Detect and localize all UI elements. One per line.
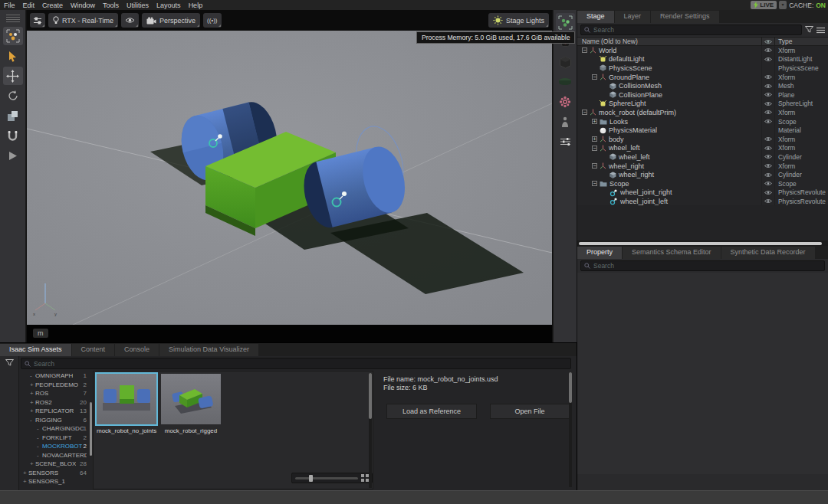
property-search-input[interactable]: Search [580, 260, 825, 271]
visibility-toggle[interactable] [761, 100, 774, 109]
move-tool-button[interactable] [3, 67, 23, 85]
assets-tab[interactable]: Isaac Sim Assets [0, 344, 71, 356]
snap-tool-button[interactable] [3, 126, 23, 145]
assets-tree-item[interactable]: +SCENE_BLOX28 [21, 460, 88, 469]
stage-row[interactable]: defaultLight DistantLight [577, 55, 828, 64]
stage-tab[interactable]: Render Settings [651, 11, 719, 23]
details-scrollbar[interactable] [569, 372, 572, 487]
stage-row[interactable]: + body Xform [577, 135, 828, 144]
assets-tree-item[interactable]: -NOVACARTERDEVK [21, 451, 88, 460]
asset-thumbnail[interactable]: mock_robot_rigged [161, 374, 221, 434]
assets-grid-scrollbar[interactable] [369, 373, 372, 488]
stage-lights-button[interactable]: Stage Lights [488, 13, 549, 28]
visibility-toggle[interactable] [761, 117, 774, 126]
session-button[interactable] [556, 13, 575, 31]
camera-selector[interactable]: Perspective [142, 13, 200, 28]
stage-row[interactable]: + Looks Scope [577, 117, 828, 126]
menu-item[interactable]: Utilities [123, 2, 153, 9]
menu-item[interactable]: Edit [19, 2, 39, 9]
stage-row[interactable]: − mock_robot (defaultPrim) Xform [577, 108, 828, 117]
viewport-settings-button[interactable] [30, 13, 45, 28]
renderer-selector[interactable]: RTX - Real-Time [48, 13, 118, 28]
visibility-toggle[interactable] [761, 152, 774, 162]
assets-tree-item[interactable]: +ROS220 [21, 398, 88, 407]
stage-row[interactable]: PhysicsScene PhysicsScene [577, 64, 828, 73]
stage-row[interactable]: PhysicsMaterial Material [577, 126, 828, 135]
options-menu-icon[interactable] [816, 27, 825, 34]
select-tool-button[interactable] [3, 27, 23, 45]
menu-item[interactable]: Window [67, 2, 99, 9]
assets-tree-item[interactable]: +PEOPLEDEMO2 [21, 381, 88, 390]
stage-row[interactable]: CollisionMesh Mesh [577, 81, 828, 90]
assets-tree-item[interactable]: -OMNIGRAPH1 [21, 371, 88, 381]
stage-row[interactable]: wheel_joint_left PhysicsRevolute [577, 197, 828, 205]
stage-row[interactable]: − Scope Scope [577, 179, 828, 188]
visibility-toggle[interactable] [761, 55, 774, 64]
visibility-toggle[interactable] [761, 179, 774, 188]
property-tab[interactable]: Property [577, 247, 622, 259]
asset-thumbnail[interactable]: mock_robot_no_joints [97, 374, 156, 434]
assets-tree-item[interactable]: +ROS7 [21, 389, 88, 398]
assets-tree-item[interactable]: +SENSORS_1 [21, 477, 88, 486]
assets-tab[interactable]: Content [72, 344, 115, 356]
live-dropdown-button[interactable]: ▾ [779, 1, 787, 9]
assets-tree-item[interactable]: +REPLICATOR13 [21, 407, 88, 416]
scene-3d[interactable]: x y [27, 31, 552, 325]
thumbnail-size-slider[interactable] [291, 473, 373, 483]
open-file-button[interactable]: Open File [490, 404, 570, 419]
visibility-toggle[interactable] [761, 162, 774, 171]
unit-label[interactable]: m [33, 329, 48, 338]
visibility-toggle[interactable] [761, 188, 774, 198]
load-as-reference-button[interactable]: Load as Reference [386, 404, 477, 419]
assets-tree-item[interactable]: -RIGGING6 [21, 416, 88, 425]
stage-row[interactable]: − GroundPlane Xform [577, 73, 828, 82]
stage-row[interactable]: CollisionPlane Plane [577, 90, 828, 100]
assets-tree-scrollbar[interactable] [90, 402, 92, 456]
viewport[interactable]: RTX - Real-Time Perspective ((•)) Stage … [27, 10, 552, 342]
assets-tree-item[interactable]: -FORKLIFT2 [21, 434, 88, 443]
rotate-tool-button[interactable] [3, 87, 23, 105]
assets-tree-item[interactable]: -MOCKROBOT2 [21, 442, 88, 451]
sliders-tool-button[interactable] [556, 133, 575, 151]
asset-thumbnail-image[interactable] [161, 374, 221, 424]
visibility-toggle[interactable] [761, 170, 774, 179]
stage-row[interactable]: wheel_right Cylinder [577, 170, 828, 179]
stage-row[interactable]: − wheel_left Xform [577, 144, 828, 153]
assets-tab[interactable]: Simulation Data Visualizer [159, 344, 258, 356]
visibility-toggle[interactable] [761, 197, 774, 205]
stage-row[interactable]: wheel_left Cylinder [577, 152, 828, 162]
visibility-button[interactable] [121, 13, 139, 28]
menu-item[interactable]: Tools [99, 2, 123, 9]
slider-knob[interactable] [309, 475, 313, 482]
assets-tab[interactable]: Console [115, 344, 159, 356]
menu-item[interactable]: File [0, 2, 19, 9]
physics-gear-button[interactable] [556, 93, 575, 111]
visibility-toggle[interactable] [761, 64, 774, 73]
visibility-toggle[interactable] [761, 81, 774, 90]
filter-funnel-icon[interactable] [5, 359, 14, 367]
visibility-toggle[interactable] [761, 108, 774, 117]
visibility-toggle[interactable] [761, 46, 774, 55]
property-tab[interactable]: Synthetic Data Recorder [721, 247, 815, 259]
cursor-tool-button[interactable] [3, 47, 23, 65]
assets-tree-item[interactable]: +SENSORS64 [21, 469, 88, 478]
audio-button[interactable]: ((•)) [203, 13, 221, 28]
stage-row[interactable]: wheel_joint_right PhysicsRevolute [577, 188, 828, 198]
assets-tree-item[interactable]: -CHARGINGDOCK1 [21, 424, 88, 434]
live-button[interactable]: LIVE [751, 1, 777, 9]
plane-tool-button[interactable] [556, 73, 575, 91]
stage-row[interactable]: − wheel_right Xform [577, 162, 828, 171]
property-tab[interactable]: Semantics Schema Editor [623, 247, 721, 259]
menu-item[interactable]: Create [38, 2, 67, 9]
cube-tool-button[interactable] [556, 53, 575, 71]
visibility-toggle[interactable] [761, 144, 774, 153]
stage-row[interactable]: − World Xform [577, 46, 828, 55]
menu-item[interactable]: Layouts [153, 2, 185, 9]
visibility-toggle[interactable] [761, 135, 774, 144]
visibility-toggle[interactable] [761, 126, 774, 135]
stage-tab[interactable]: Layer [615, 11, 651, 23]
menu-item[interactable]: Help [185, 2, 207, 9]
grip-icon[interactable] [6, 13, 20, 24]
stage-search-input[interactable]: Search [580, 25, 802, 35]
stage-tab[interactable]: Stage [577, 11, 614, 23]
